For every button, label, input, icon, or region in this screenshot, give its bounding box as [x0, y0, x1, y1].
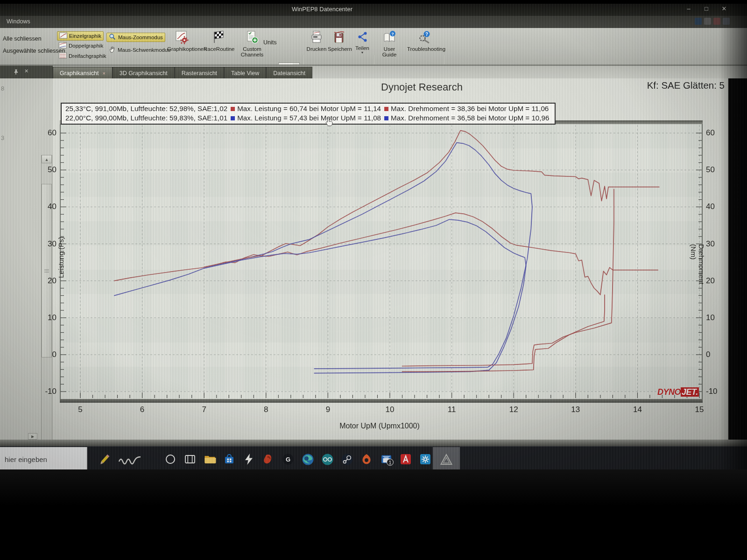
- scroll-up-icon[interactable]: ▲: [42, 155, 52, 163]
- graphopts-icon: [167, 30, 197, 45]
- menu-windows[interactable]: Windows: [7, 18, 30, 25]
- pen-icon: [97, 453, 111, 467]
- mouse-mode-zoom[interactable]: Maus-Zoommodus: [106, 33, 165, 42]
- print-icon: [305, 30, 328, 45]
- taskbar-icon-logitech[interactable]: G: [282, 453, 295, 466]
- taskbar-icon-cortana[interactable]: [164, 453, 177, 466]
- taskbar-icon-lightning[interactable]: [243, 453, 255, 466]
- taskbar-icon-avira[interactable]: [400, 453, 412, 466]
- red-app-icon: [262, 453, 275, 465]
- avira-icon: [400, 453, 412, 465]
- chevron-down-icon[interactable]: ▼: [351, 51, 374, 54]
- help-button-troubleshoot[interactable]: ?Troubleshooting: [407, 30, 443, 52]
- graph-mode-dreifachgraphik[interactable]: Dreifachgraphik: [57, 52, 108, 60]
- share-button-print[interactable]: Drucken: [305, 30, 328, 52]
- chart-title: Dynojet Research: [381, 81, 463, 93]
- close-all-button[interactable]: Alle schliessen: [3, 35, 42, 42]
- close-selected-button[interactable]: Ausgewählte schliessen: [3, 48, 65, 54]
- tab-dateiansicht[interactable]: Dateiansicht: [266, 67, 312, 79]
- x-tick-label: 8: [257, 405, 275, 414]
- scroll-right-icon[interactable]: ▶: [28, 433, 37, 440]
- taskbar-icon-edge[interactable]: [302, 453, 314, 466]
- taskbar-icon-snowflake[interactable]: [419, 453, 432, 466]
- mouse-mode-pan[interactable]: Maus-Schwenkmodus: [106, 46, 172, 54]
- quickbar-icon[interactable]: [723, 18, 730, 25]
- button-label: Graphikoptionen: [167, 46, 197, 52]
- legend-color-swatch: [231, 107, 235, 111]
- button-label: Custom Channels: [237, 46, 267, 57]
- x-tick-label: 6: [133, 405, 152, 414]
- close-tab-icon[interactable]: ×: [102, 70, 105, 76]
- share-button-share[interactable]: Teilen▼: [351, 30, 374, 54]
- graph3-icon: [59, 52, 67, 60]
- help-button-userguide[interactable]: ?User Guide: [376, 30, 402, 57]
- button-label: Einzelgraphik: [69, 33, 101, 39]
- series-red_power_rundown: [402, 189, 614, 366]
- window-title: WinPEP8 Datencenter: [292, 6, 352, 13]
- kf-smoothing-label: Kf: SAE Glätten: 5: [647, 80, 725, 91]
- y-tick-label-left: 50: [32, 165, 56, 175]
- button-label: Maus-Schwenkmodus: [118, 47, 170, 53]
- plot-bottom-border: [60, 399, 703, 403]
- legend-row: 25,33°C, 991,00Mb, Luftfeuchte: 52,98%, …: [65, 104, 555, 113]
- maximize-button[interactable]: □: [699, 4, 713, 14]
- close-pane-icon[interactable]: ✕: [24, 68, 28, 74]
- taskbar-icon-dynojet[interactable]: [440, 453, 452, 466]
- taskbar-icon-mail[interactable]: 1: [380, 453, 393, 466]
- graph2-icon: [59, 42, 67, 49]
- taskbar-icon-arduino[interactable]: [321, 453, 334, 466]
- minimize-button[interactable]: –: [682, 4, 696, 14]
- tab-3d-graphikansicht[interactable]: 3D Graphikansicht: [113, 67, 175, 79]
- quickbar-icon[interactable]: [713, 18, 720, 25]
- share-button-save[interactable]: Speichern: [328, 30, 350, 52]
- taskbar-icon-scribble[interactable]: [118, 453, 130, 466]
- snowflake-icon: [419, 453, 431, 465]
- pin-icon[interactable]: [13, 69, 19, 75]
- taskbar-icon-explorer[interactable]: [204, 453, 216, 466]
- x-tick-label: 15: [690, 405, 709, 414]
- origin-icon: [360, 453, 373, 465]
- save-icon: [328, 30, 350, 45]
- tab-label: Dateiansicht: [273, 70, 305, 77]
- hand-cursor-icon: [325, 118, 333, 126]
- title-bar: WinPEP8 Datencenter – □ ✕: [0, 3, 747, 16]
- search-input[interactable]: hier eingeben: [0, 447, 87, 471]
- window-bottom-edge: [0, 440, 747, 446]
- close-button[interactable]: ✕: [717, 4, 731, 14]
- taskbar-icon-store[interactable]: [223, 453, 236, 466]
- tool-button-customch[interactable]: Custom Channels: [237, 30, 267, 57]
- taskbar-icon-origin[interactable]: [360, 453, 373, 466]
- legend-max-torque-text: Max. Drehmoment = 36,58 bei Motor UpM = …: [391, 114, 549, 122]
- y-tick-label-right: 0: [706, 350, 726, 359]
- dynojet-icon: [440, 453, 453, 466]
- button-label: Teilen: [351, 45, 374, 51]
- graph-mode-einzelgraphik[interactable]: Einzelgraphik: [57, 31, 104, 41]
- legend-max-power-text: Max. Leistung = 60,74 bei Motor UpM = 11…: [237, 105, 381, 112]
- sidebar-item-fragment[interactable]: 3: [1, 134, 4, 141]
- y-tick-label-right: 60: [706, 128, 726, 138]
- legend-color-swatch: [384, 116, 388, 120]
- sidebar-item-fragment[interactable]: 8: [1, 85, 4, 92]
- tool-button-raceflag[interactable]: RaceRoutine: [204, 30, 233, 52]
- y-tick-label-right: 40: [706, 202, 726, 211]
- tab-table-view[interactable]: Table View: [224, 67, 266, 79]
- tab-rasteransicht[interactable]: Rasteransicht: [175, 67, 224, 79]
- tool-button-graphopts[interactable]: Graphikoptionen: [167, 30, 197, 52]
- taskbar-icon-pen[interactable]: [97, 453, 110, 466]
- button-label: Dreifachgraphik: [69, 53, 106, 59]
- taskbar-icon-steam[interactable]: [341, 453, 353, 466]
- quickbar-icon[interactable]: [695, 18, 702, 25]
- legend-color-swatch: [231, 116, 235, 120]
- pane-header: ✕: [0, 66, 53, 78]
- y-tick-label-right: -10: [706, 387, 726, 396]
- taskbar-icon-taskview[interactable]: [184, 453, 197, 466]
- quickbar-icon[interactable]: [704, 18, 711, 25]
- pan-icon: [108, 46, 116, 54]
- troubleshoot-icon: ?: [407, 30, 443, 45]
- graph-mode-doppelgraphik[interactable]: Doppelgraphik: [57, 42, 105, 50]
- tab-graphikansicht[interactable]: Graphikansicht×: [53, 67, 113, 79]
- graph1-icon: [59, 32, 67, 40]
- legend-info-text: 25,33°C, 991,00Mb, Luftfeuchte: 52,98%, …: [65, 105, 227, 112]
- y-tick-label-left: 20: [32, 276, 56, 286]
- taskbar-icon-red-app[interactable]: [262, 453, 275, 466]
